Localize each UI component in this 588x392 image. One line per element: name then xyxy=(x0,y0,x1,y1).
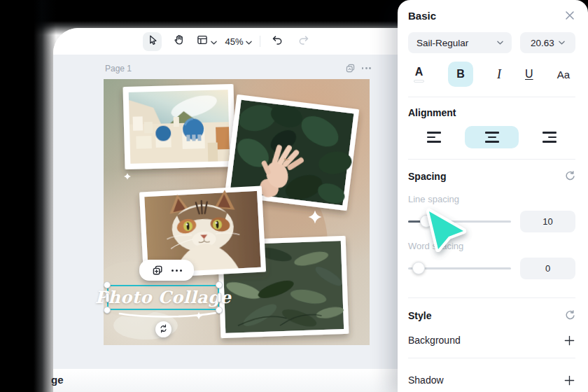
style-reset-icon[interactable] xyxy=(564,310,575,321)
page-label: Page 1 xyxy=(105,64,132,74)
alignment-section-label: Alignment xyxy=(408,107,456,118)
word-spacing-slider[interactable] xyxy=(408,258,511,279)
properties-panel: Basic Sail-Regular 20.63 A B I U Aa xyxy=(398,0,588,392)
chevron-down-icon xyxy=(497,41,503,45)
chevron-down-icon xyxy=(211,35,217,48)
add-background-button[interactable] xyxy=(564,335,575,346)
background-label: Background xyxy=(408,335,461,346)
hand-icon xyxy=(173,34,186,49)
chevron-down-icon xyxy=(246,35,252,48)
selection-handle-bottom-right[interactable] xyxy=(216,307,223,314)
rotate-icon xyxy=(159,323,168,336)
font-size-value: 20.63 xyxy=(531,38,554,48)
redo-icon xyxy=(298,34,310,49)
page-header-row: Page 1 xyxy=(105,63,371,74)
toolbar-divider xyxy=(260,36,260,47)
line-spacing-slider-thumb[interactable] xyxy=(420,215,433,227)
font-size-select[interactable]: 20.63 xyxy=(520,32,575,53)
italic-button[interactable]: I xyxy=(497,67,501,82)
word-spacing-slider-thumb[interactable] xyxy=(412,262,425,274)
add-shadow-button[interactable] xyxy=(564,374,575,386)
line-spacing-slider[interactable] xyxy=(408,211,511,232)
rotate-handle[interactable] xyxy=(155,321,172,337)
panel-divider xyxy=(408,298,575,298)
select-tool-button[interactable] xyxy=(143,32,162,51)
undo-button[interactable] xyxy=(268,32,287,51)
layout-frame-icon xyxy=(196,34,209,49)
duplicate-element-icon[interactable] xyxy=(152,265,163,276)
panel-title: Basic xyxy=(408,10,436,22)
word-spacing-value[interactable]: 0 xyxy=(520,258,575,279)
photo-santorini[interactable] xyxy=(122,84,235,169)
chevron-down-icon xyxy=(559,41,565,45)
panel-divider xyxy=(408,358,575,358)
editor-window: 45% Page 1 xyxy=(53,28,403,392)
style-section-label: Style xyxy=(408,310,431,321)
window-bottom-bar: ge xyxy=(53,369,403,392)
word-spacing-label: Word spacing xyxy=(408,241,575,252)
bold-button[interactable]: B xyxy=(448,62,473,87)
selection-handle-top-right[interactable] xyxy=(216,281,223,288)
font-family-select[interactable]: Sail-Regular xyxy=(408,32,512,53)
cursor-arrow-icon xyxy=(146,34,159,49)
layout-tool-button[interactable] xyxy=(196,34,217,49)
canvas-area[interactable]: Page 1 xyxy=(53,55,403,369)
underline-button[interactable]: U xyxy=(525,68,533,80)
font-color-letter: A xyxy=(415,66,424,78)
canvas-toolbar: 45% xyxy=(53,28,403,55)
selection-handle-right[interactable] xyxy=(218,293,221,302)
backdrop-left xyxy=(0,0,57,392)
panel-divider xyxy=(408,97,575,97)
spacing-section-label: Spacing xyxy=(408,171,446,182)
align-center-icon xyxy=(485,132,499,143)
hand-tool-button[interactable] xyxy=(169,32,188,51)
font-color-swatch xyxy=(414,80,424,83)
zoom-level-value: 45% xyxy=(225,36,243,47)
screenshot-root: 45% Page 1 xyxy=(0,0,588,392)
zoom-level-control[interactable]: 45% xyxy=(225,35,251,48)
duplicate-page-icon[interactable] xyxy=(345,63,356,74)
canvas-text-element[interactable]: Photo Collage xyxy=(107,281,219,312)
panel-divider xyxy=(408,159,575,160)
brand-text-fragment: ge xyxy=(51,374,64,386)
selection-handle-bottom-left[interactable] xyxy=(104,307,111,314)
align-right-button[interactable] xyxy=(542,132,556,143)
close-icon[interactable] xyxy=(564,10,575,21)
line-spacing-value[interactable]: 10 xyxy=(520,211,575,232)
element-mini-toolbar xyxy=(139,260,194,281)
spacing-reset-icon[interactable] xyxy=(564,171,575,182)
text-case-button[interactable]: Aa xyxy=(557,69,570,80)
element-more-icon[interactable] xyxy=(172,270,182,272)
collage-canvas[interactable]: Photo Collage xyxy=(104,79,370,345)
font-color-button[interactable]: A xyxy=(414,66,424,83)
font-family-value: Sail-Regular xyxy=(416,38,468,48)
selection-handle-top-left[interactable] xyxy=(104,281,111,288)
shadow-label: Shadow xyxy=(408,374,444,386)
align-center-button[interactable] xyxy=(465,126,519,148)
line-spacing-label: Line spacing xyxy=(408,194,575,205)
align-left-button[interactable] xyxy=(427,132,441,143)
page-more-icon[interactable] xyxy=(362,67,371,69)
selection-handle-left[interactable] xyxy=(106,293,109,302)
redo-button[interactable] xyxy=(295,32,314,51)
undo-icon xyxy=(271,34,284,49)
